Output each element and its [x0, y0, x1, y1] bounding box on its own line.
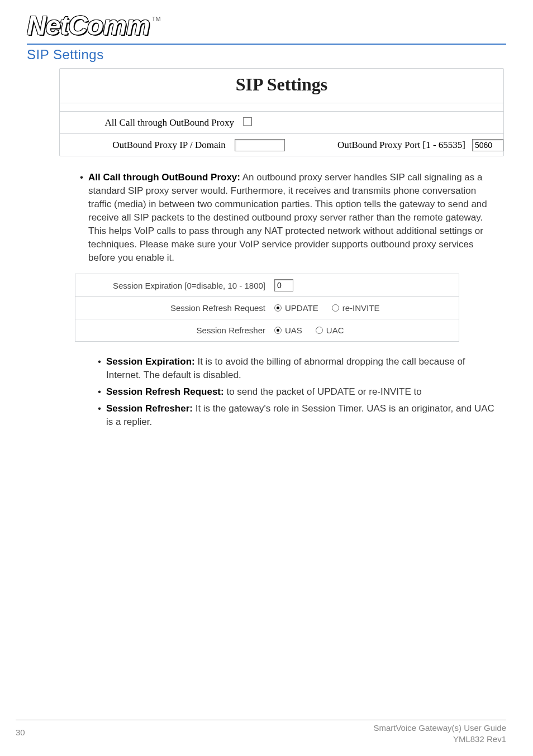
bullet-text: All Call through OutBound Proxy: An outb…: [88, 171, 497, 265]
session-refresher-cell: UAS UAC: [270, 326, 459, 335]
footer-right: SmartVoice Gateway(s) User Guide YML832 …: [373, 722, 506, 745]
brand-logo-text: NetComm: [27, 12, 150, 39]
session-refresh-request-label: Session Refresh Request: [75, 303, 270, 313]
refresh-update-label: UPDATE: [285, 303, 318, 313]
bullet-text: Session Refresher: It is the gateway's r…: [106, 402, 497, 429]
outbound-proxy-port-label: OutBound Proxy Port [1 - 65535]: [310, 140, 470, 151]
outbound-proxy-toggle-cell: [239, 117, 294, 128]
refresh-update-radio[interactable]: [274, 304, 282, 312]
refresher-uac-radio[interactable]: [316, 327, 323, 334]
session-refresh-request-row: Session Refresh Request UPDATE re-INVITE: [75, 296, 459, 319]
session-expiration-row: Session Expiration [0=disable, 10 - 1800…: [75, 274, 459, 296]
footer-guide-title: SmartVoice Gateway(s) User Guide: [373, 722, 506, 734]
outbound-proxy-ip-label: OutBound Proxy IP / Domain: [60, 140, 230, 151]
brand-logo: NetComm TM: [27, 12, 506, 39]
page: NetComm TM SIP Settings SIP Settings All…: [0, 0, 533, 756]
sip-settings-panel: SIP Settings All Call through OutBound P…: [59, 68, 504, 156]
explain-session: • Session Expiration: It is to avoid the…: [93, 355, 497, 429]
outbound-proxy-ip-input[interactable]: [235, 139, 285, 151]
outbound-proxy-toggle-row: All Call through OutBound Proxy: [60, 111, 503, 133]
bullet-dot: •: [75, 171, 88, 265]
footer-revision: YML832 Rev1: [373, 734, 506, 745]
refresh-reinvite-radio[interactable]: [332, 304, 339, 312]
bullet-dot: •: [93, 402, 106, 429]
outbound-proxy-ip-row: OutBound Proxy IP / Domain OutBound Prox…: [60, 133, 503, 156]
bullet-text: Session Expiration: It is to avoid the b…: [106, 355, 497, 382]
session-refresher-label: Session Refresher: [75, 326, 270, 335]
session-expiration-input[interactable]: [274, 279, 293, 291]
outbound-proxy-ip-cell: [230, 139, 285, 151]
outbound-proxy-toggle-label: All Call through OutBound Proxy: [60, 117, 239, 128]
session-refresh-request-cell: UPDATE re-INVITE: [270, 303, 459, 313]
session-refresher-row: Session Refresher UAS UAC: [75, 319, 459, 341]
footer-rule: [16, 720, 506, 720]
explain-outbound-proxy: • All Call through OutBound Proxy: An ou…: [75, 171, 497, 265]
refresh-reinvite-label: re-INVITE: [342, 303, 380, 313]
bullet-text: Session Refresh Request: to send the pac…: [106, 385, 497, 399]
outbound-proxy-port-cell: [470, 139, 503, 151]
refresher-uas-radio[interactable]: [274, 327, 282, 334]
refresher-uac-label: UAC: [326, 326, 344, 335]
refresher-uas-label: UAS: [285, 326, 302, 335]
trademark-symbol: TM: [152, 16, 161, 22]
page-number: 30: [16, 728, 25, 737]
outbound-proxy-port-input[interactable]: [472, 139, 503, 151]
session-timer-panel: Session Expiration [0=disable, 10 - 1800…: [75, 274, 459, 342]
outbound-proxy-checkbox[interactable]: [243, 117, 252, 126]
header-rule: [27, 44, 506, 45]
section-title: SIP Settings: [27, 47, 506, 63]
bullet-dot: •: [93, 355, 106, 382]
panel-title: SIP Settings: [236, 74, 327, 94]
session-expiration-cell: [270, 279, 459, 291]
bullet-item: • Session Refresher: It is the gateway's…: [93, 402, 497, 429]
bullet-item: • Session Expiration: It is to avoid the…: [93, 355, 497, 382]
panel-gap: [60, 103, 503, 111]
bullet-dot: •: [93, 385, 106, 399]
panel-title-row: SIP Settings: [60, 69, 503, 103]
session-expiration-label: Session Expiration [0=disable, 10 - 1800…: [75, 281, 270, 290]
bullet-item: • All Call through OutBound Proxy: An ou…: [75, 171, 497, 265]
bullet-item: • Session Refresh Request: to send the p…: [93, 385, 497, 399]
